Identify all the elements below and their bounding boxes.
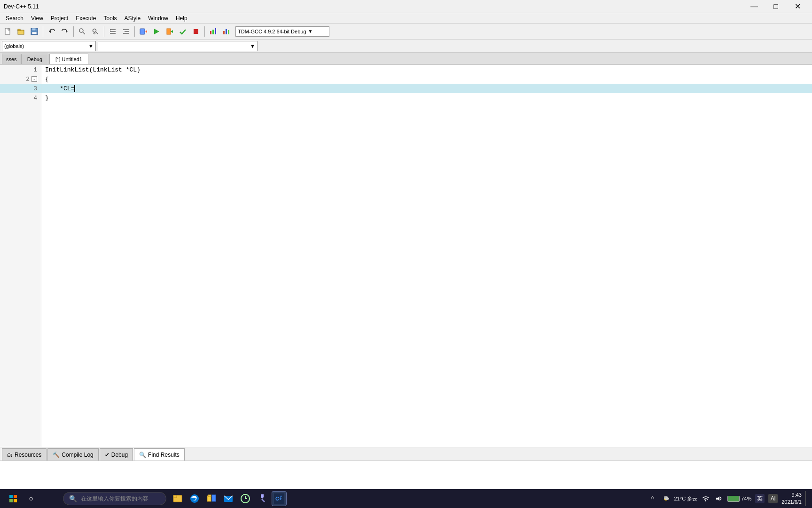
bottom-tab-find-results[interactable]: 🔍 Find Results <box>134 448 185 460</box>
globals-dropdown-arrow: ▼ <box>88 43 94 49</box>
taskbar-devcpp-button[interactable]: C+ + <box>272 491 287 506</box>
menu-search[interactable]: Search <box>2 14 27 23</box>
line-num-2: 2 - <box>0 74 41 84</box>
function-dropdown[interactable]: ▼ <box>98 41 258 51</box>
code-line-1: InitLinkList(LinkList *CL) <box>41 65 812 74</box>
svg-rect-30 <box>228 30 229 34</box>
chart-button1[interactable] <box>207 25 219 38</box>
ai-icon[interactable]: Ai <box>768 494 778 503</box>
volume-icon[interactable] <box>714 494 724 503</box>
start-button[interactable] <box>4 489 23 508</box>
clock[interactable]: 9:43 2021/6/1 <box>781 492 802 506</box>
tab-untitled[interactable]: [*] Untitled1 <box>49 54 88 64</box>
taskbar-clock-button[interactable] <box>238 491 253 506</box>
search-icon: 🔍 <box>69 495 77 502</box>
taskbar-edge-button[interactable] <box>187 491 202 506</box>
svg-marker-23 <box>171 30 173 33</box>
language-indicator[interactable]: 英 <box>755 494 765 503</box>
save-file-button[interactable] <box>28 25 40 38</box>
svg-rect-22 <box>167 29 171 34</box>
code-content: 1 2 - 3 4 InitLinkList(LinkList *CL) { *… <box>0 65 812 447</box>
menu-project[interactable]: Project <box>47 14 72 23</box>
fold-button-2[interactable]: - <box>31 76 37 82</box>
replace-button[interactable] <box>89 25 102 38</box>
bottom-content-area <box>0 461 812 489</box>
taskbar-mail-button[interactable] <box>221 491 236 506</box>
show-desktop-button[interactable] <box>805 491 808 506</box>
taskbar-search[interactable]: 🔍 在这里输入你要搜索的内容 <box>63 492 166 505</box>
compiler-dropdown-arrow: ▼ <box>308 29 313 34</box>
menu-view[interactable]: View <box>27 14 47 23</box>
minimize-button[interactable]: — <box>743 0 765 13</box>
svg-rect-25 <box>210 31 211 34</box>
compile-log-icon: 🔨 <box>53 452 60 458</box>
menu-window[interactable]: Window <box>144 14 172 23</box>
unindent-button[interactable] <box>120 25 132 38</box>
new-file-button[interactable] <box>2 25 14 38</box>
svg-rect-34 <box>14 499 17 502</box>
bottom-tab-compile-log[interactable]: 🔨 Compile Log <box>47 448 98 460</box>
line-num-4: 4 <box>0 93 41 103</box>
taskbar-up-arrow[interactable]: ^ <box>648 494 657 503</box>
menu-tools[interactable]: Tools <box>100 14 121 23</box>
indent-button[interactable] <box>107 25 119 38</box>
svg-line-9 <box>83 32 86 34</box>
menu-astyle[interactable]: AStyle <box>121 14 145 23</box>
compile-run-button[interactable] <box>137 25 149 38</box>
bottom-tab-debug[interactable]: ✔ Debug <box>100 448 133 460</box>
svg-line-11 <box>96 32 98 34</box>
tab-classes[interactable]: sses <box>2 54 21 64</box>
line-numbers: 1 2 - 3 4 <box>0 65 41 447</box>
network-icon[interactable] <box>701 494 710 503</box>
chart-button2[interactable] <box>220 25 233 38</box>
line-num-1: 1 <box>0 65 41 74</box>
undo-button[interactable] <box>46 25 58 38</box>
run-button[interactable] <box>150 25 163 38</box>
taskbar-tools-button[interactable] <box>255 491 270 506</box>
bottom-tab-resources[interactable]: 🗂 Resources <box>2 448 47 460</box>
cursor <box>74 85 79 92</box>
taskbar-weather-icon <box>661 494 671 503</box>
stop-button[interactable] <box>190 25 202 38</box>
code-line-4: } <box>41 93 812 103</box>
open-file-button[interactable] <box>15 25 27 38</box>
find-button[interactable] <box>76 25 88 38</box>
title-bar: Dev-C++ 5.11 — □ ✕ <box>0 0 812 13</box>
bottom-panel-tabs: 🗂 Resources 🔨 Compile Log ✔ Debug 🔍 Find… <box>0 447 812 461</box>
taskbar-files-button[interactable] <box>204 491 219 506</box>
svg-marker-51 <box>716 496 719 501</box>
task-view-button[interactable]: ○ <box>23 491 39 506</box>
menu-execute[interactable]: Execute <box>72 14 100 23</box>
globals-dropdown[interactable]: (globals) ▼ <box>2 41 96 51</box>
compile-check-button[interactable] <box>177 25 189 38</box>
svg-rect-36 <box>173 495 177 498</box>
maximize-button[interactable]: □ <box>765 0 787 13</box>
tab-debug[interactable]: Debug <box>21 54 48 64</box>
svg-rect-4 <box>32 28 36 31</box>
taskbar: ○ 🔍 在这里输入你要搜索的内容 <box>0 489 812 508</box>
separator-2 <box>73 26 74 37</box>
svg-point-10 <box>93 29 96 32</box>
redo-button[interactable] <box>59 25 71 38</box>
svg-rect-28 <box>223 31 225 34</box>
compiler-dropdown[interactable]: TDM-GCC 4.9.2 64-bit Debug ▼ <box>235 26 329 37</box>
debug-run-button[interactable] <box>164 25 176 38</box>
svg-rect-29 <box>226 29 227 34</box>
function-dropdown-arrow: ▼ <box>250 43 255 49</box>
line-num-3: 3 <box>0 84 41 93</box>
menu-help[interactable]: Help <box>172 14 191 23</box>
svg-marker-21 <box>154 29 159 34</box>
separator-4 <box>134 26 135 37</box>
taskbar-explorer-button[interactable] <box>170 491 185 506</box>
svg-point-50 <box>664 497 669 500</box>
code-line-3: *CL= <box>41 84 812 93</box>
battery-indicator <box>727 496 740 502</box>
separator-5 <box>204 26 205 37</box>
battery-fill <box>728 497 736 501</box>
svg-rect-24 <box>194 29 198 34</box>
svg-rect-19 <box>140 29 145 34</box>
separator-3 <box>104 26 104 37</box>
close-button[interactable]: ✕ <box>787 0 808 13</box>
code-editor[interactable]: InitLinkList(LinkList *CL) { *CL= } <box>41 65 812 447</box>
toolbar2: (globals) ▼ ▼ <box>0 40 812 53</box>
